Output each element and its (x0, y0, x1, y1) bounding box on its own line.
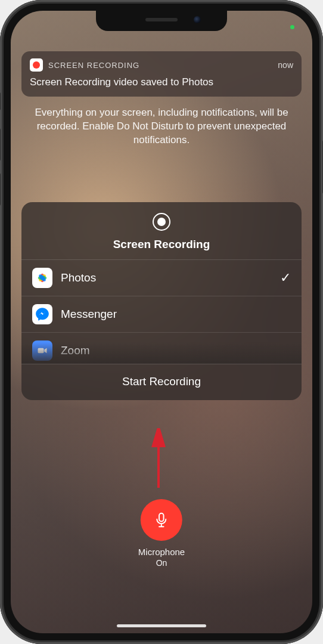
app-row-messenger[interactable]: Messenger (21, 296, 302, 333)
mute-switch (0, 92, 1, 110)
phone-device-frame: SCREEN RECORDING now Screen Recording vi… (0, 0, 323, 644)
notification-app-name: SCREEN RECORDING (48, 61, 272, 70)
screen-recording-app-icon (30, 58, 43, 72)
volume-down-button (0, 173, 1, 206)
app-label: Zoom (61, 344, 291, 357)
screen: SCREEN RECORDING now Screen Recording vi… (11, 11, 312, 633)
app-row-zoom[interactable]: Zoom (21, 333, 302, 364)
app-label: Photos (61, 271, 272, 284)
recording-disclaimer: Everything on your screen, including not… (21, 106, 302, 147)
microphone-label: Microphone (138, 547, 185, 557)
microphone-toggle-button[interactable] (141, 499, 182, 541)
volume-up-button (0, 128, 1, 161)
notification-banner[interactable]: SCREEN RECORDING now Screen Recording vi… (21, 51, 302, 97)
svg-rect-4 (38, 348, 44, 353)
notification-body: Screen Recording video saved to Photos (30, 76, 293, 88)
destination-app-list[interactable]: Photos ✓ Messenger (21, 259, 302, 364)
privacy-indicator-dot (290, 25, 294, 29)
microphone-icon (153, 511, 170, 529)
home-indicator[interactable] (117, 624, 206, 627)
microphone-control: Microphone On (138, 499, 185, 568)
messenger-icon (32, 304, 52, 324)
start-recording-button[interactable]: Start Recording (21, 364, 302, 400)
app-label: Messenger (61, 308, 291, 321)
annotation-arrow-icon (147, 428, 170, 494)
checkmark-icon: ✓ (280, 270, 291, 286)
zoom-icon (32, 340, 52, 361)
notification-time: now (278, 60, 293, 70)
microphone-state: On (138, 558, 185, 568)
screen-recording-sheet: Screen Recording (21, 202, 302, 400)
photos-icon (32, 268, 52, 288)
notch (96, 11, 227, 31)
app-row-photos[interactable]: Photos ✓ (21, 260, 302, 296)
record-icon (153, 213, 170, 231)
sheet-title: Screen Recording (21, 238, 302, 251)
